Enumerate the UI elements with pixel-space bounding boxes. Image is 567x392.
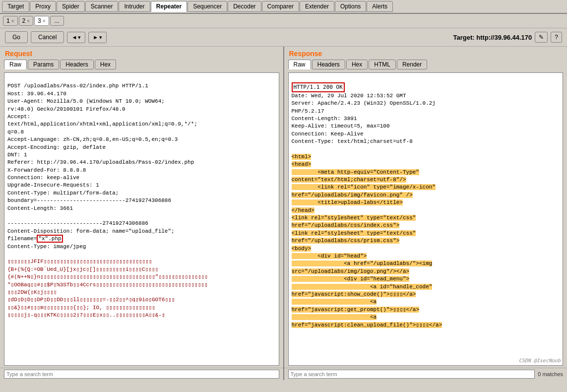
num-tab-1[interactable]: 1 × [3,16,18,26]
num-tab-1-label: 1 [6,17,10,24]
back-dropdown-icon: ▾ [78,34,81,41]
menu-tab-spider[interactable]: Spider [57,1,85,12]
target-label: Target: http://39.96.44.170 [453,34,532,41]
cancel-button[interactable]: Cancel [31,31,64,43]
menu-tab-extender[interactable]: Extender [300,1,334,12]
watermark: CSDN @IsecNoob [519,357,561,364]
request-tabs: Raw Params Headers Hex [0,59,283,70]
forward-dropdown-icon: ▾ [99,34,102,41]
menu-tab-intruder[interactable]: Intruder [119,1,150,12]
response-bottom-bar: 0 matches [284,368,567,380]
num-tab-2-close[interactable]: × [27,18,30,24]
menu-tab-alerts[interactable]: Alerts [367,1,393,12]
menu-tab-scanner[interactable]: Scanner [85,1,119,12]
request-tab-raw[interactable]: Raw [4,60,27,69]
request-panel: Request Raw Params Headers Hex POST /upl… [0,47,284,380]
num-tab-3-label: 3 [38,17,41,24]
request-tab-hex[interactable]: Hex [95,60,116,69]
num-tab-1-close[interactable]: × [11,18,14,24]
response-panel: Response Raw Headers Hex HTML Render HTT… [284,47,567,380]
menu-tab-target[interactable]: Target [2,1,29,12]
response-text-area: HTTP/1.1 200 OK Date: Wed, 29 Jul 2020 1… [288,72,564,366]
response-tab-raw[interactable]: Raw [288,60,311,69]
help-button[interactable]: ? [551,32,562,43]
request-tab-params[interactable]: Params [28,60,59,69]
target-prefix: Target: [453,34,477,41]
request-search-input[interactable] [4,370,279,379]
back-button[interactable]: ◄ ▾ [67,32,85,43]
request-text-area: POST /uploadlabs/Pass-02/index.php HTTP/… [4,72,279,366]
response-tabs: Raw Headers Hex HTML Render [284,59,567,70]
response-tab-render[interactable]: Render [397,60,427,69]
toolbar-row: Go Cancel ◄ ▾ ► ▾ Target: http://39.96.4… [0,28,567,47]
response-search-input[interactable] [288,370,535,379]
back-icon: ◄ [71,34,77,40]
request-bottom-bar [0,368,283,380]
menu-tab-decoder[interactable]: Decoder [228,1,261,12]
menu-bar: Target Proxy Spider Scanner Intruder Rep… [0,0,567,14]
go-button[interactable]: Go [5,31,28,43]
response-status: HTTP/1.1 200 OK [292,82,345,92]
number-tabs-row: 1 × 2 × 3 × ... [0,14,567,28]
num-tab-2-label: 2 [22,17,26,24]
num-tab-3[interactable]: 3 × [34,16,49,26]
main-content: Request Raw Params Headers Hex POST /upl… [0,47,567,380]
request-title: Request [0,47,283,59]
menu-tab-proxy[interactable]: Proxy [30,1,56,12]
num-tab-3-close[interactable]: × [43,18,46,24]
menu-tab-sequencer[interactable]: Sequencer [188,1,227,12]
num-tab-2[interactable]: 2 × [19,16,34,26]
forward-button[interactable]: ► ▾ [88,32,107,43]
menu-tab-comparer[interactable]: Comparer [262,1,299,12]
matches-label: 0 matches [538,371,563,377]
target-url: http://39.96.44.170 [476,34,532,41]
request-content[interactable]: POST /uploadlabs/Pass-02/index.php HTTP/… [4,73,279,365]
menu-tab-options[interactable]: Options [335,1,366,12]
forward-icon: ► [93,34,98,40]
menu-tab-repeater[interactable]: Repeater [151,1,187,12]
response-title: Response [284,47,567,59]
response-tab-html[interactable]: HTML [369,60,396,69]
response-content[interactable]: HTTP/1.1 200 OK Date: Wed, 29 Jul 2020 1… [289,73,563,365]
request-tab-headers[interactable]: Headers [60,60,93,69]
response-tab-hex[interactable]: Hex [346,60,368,69]
num-tab-dots[interactable]: ... [50,16,64,26]
edit-target-button[interactable]: ✎ [535,32,548,43]
response-tab-headers[interactable]: Headers [312,60,345,69]
